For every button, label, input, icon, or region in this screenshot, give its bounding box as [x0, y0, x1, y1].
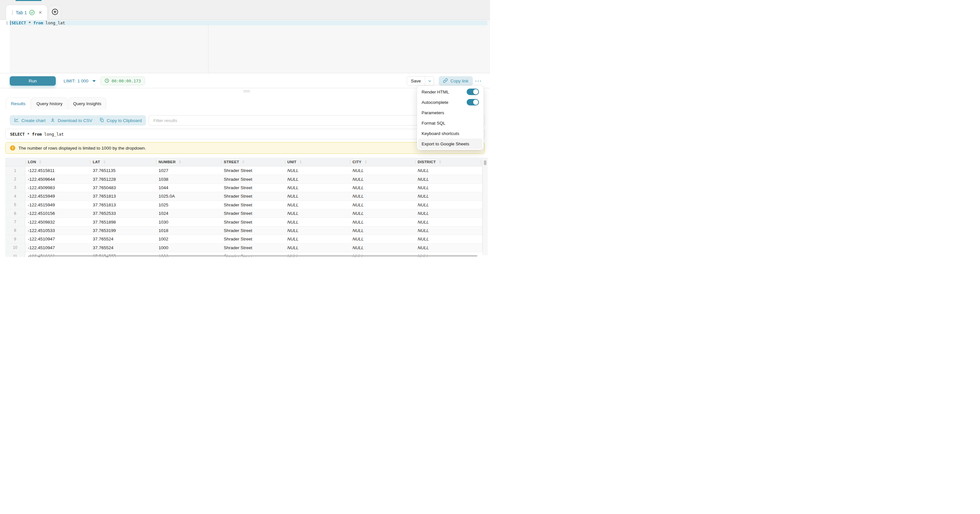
cell[interactable]: NULL [350, 166, 415, 175]
copy-link-button[interactable]: Copy link [439, 76, 473, 86]
cell[interactable]: NULL [415, 201, 481, 209]
cell[interactable]: NULL [350, 235, 415, 243]
menu-item-export-to-google-sheets[interactable]: Export to Google Sheets [418, 139, 482, 149]
cell[interactable]: NULL [350, 201, 415, 209]
tab-query-history[interactable]: Query history [31, 97, 68, 110]
cell[interactable]: 1000 [156, 244, 221, 252]
cell[interactable]: NULL [350, 184, 415, 192]
sort-icon[interactable] [365, 160, 367, 164]
cell[interactable]: NULL [350, 227, 415, 235]
cell[interactable]: 37.7651135 [90, 166, 156, 175]
cell[interactable]: Shrader Street [221, 184, 285, 192]
sql-editor[interactable]: 1 SELECT * from long_lat [0, 19, 490, 73]
create-chart-button[interactable]: Create chart [10, 115, 49, 126]
cell[interactable]: -122.4510947 [25, 235, 90, 243]
cell[interactable]: NULL [285, 166, 350, 175]
more-options-button[interactable]: ··· [473, 76, 485, 86]
cell[interactable]: 1030 [156, 218, 221, 226]
cell[interactable]: NULL [285, 218, 350, 226]
cell[interactable]: 1038 [156, 175, 221, 183]
column-header-street[interactable]: STREET [221, 158, 285, 166]
cell[interactable]: 37.765524 [90, 244, 156, 252]
cell[interactable]: NULL [350, 218, 415, 226]
cell[interactable]: 37.7650483 [90, 184, 156, 192]
cell[interactable]: NULL [415, 244, 481, 252]
cell[interactable]: -122.4509832 [25, 218, 90, 226]
cell[interactable]: -122.4510156 [25, 209, 90, 217]
sort-icon[interactable] [439, 160, 441, 164]
vertical-scrollbar-thumb[interactable] [484, 160, 487, 165]
save-dropdown-button[interactable] [425, 77, 434, 85]
menu-item-format-sql[interactable]: Format SQL [417, 118, 484, 128]
sort-icon[interactable] [103, 160, 105, 164]
column-header-lat[interactable]: LAT [90, 158, 156, 166]
cell[interactable]: NULL [285, 227, 350, 235]
table-row[interactable]: 9-122.451094737.7655241002Shrader Street… [5, 235, 488, 243]
cell[interactable]: NULL [285, 192, 350, 200]
cell[interactable]: 1044 [156, 184, 221, 192]
cell[interactable]: NULL [350, 209, 415, 217]
cell[interactable]: Shrader Street [221, 244, 285, 252]
cell[interactable]: NULL [285, 175, 350, 183]
cell[interactable]: -122.4509983 [25, 184, 90, 192]
cell[interactable]: 37.7651898 [90, 218, 156, 226]
save-button[interactable]: Save [407, 77, 425, 85]
cell[interactable]: 37.7651813 [90, 192, 156, 200]
tab-query-insights[interactable]: Query Insights [68, 97, 106, 110]
sort-icon[interactable] [242, 160, 244, 164]
limit-dropdown[interactable]: LIMIT: 1 000 [64, 76, 95, 86]
table-row[interactable]: 3-122.450998337.76504831044Shrader Stree… [5, 184, 488, 192]
cell[interactable]: NULL [415, 209, 481, 217]
cell[interactable]: NULL [415, 218, 481, 226]
cell[interactable]: 1002 [156, 235, 221, 243]
cell[interactable]: NULL [350, 192, 415, 200]
cell[interactable]: NULL [285, 209, 350, 217]
table-row[interactable]: 1-122.451581137.76511351027Shrader Stree… [5, 166, 488, 175]
cell[interactable]: 37.7653199 [90, 227, 156, 235]
cell[interactable]: -122.4510947 [25, 244, 90, 252]
cell[interactable]: Shrader Street [221, 235, 285, 243]
cell[interactable]: -122.4515949 [25, 192, 90, 200]
toggle-on[interactable] [467, 99, 479, 105]
sort-icon[interactable] [39, 160, 41, 164]
cell[interactable]: 37.765524 [90, 235, 156, 243]
tab-1[interactable]: Tab 1 ✕ [6, 5, 47, 20]
menu-item-parameters[interactable]: Parameters [417, 107, 484, 118]
toggle-on[interactable] [467, 89, 479, 95]
table-row[interactable]: 5-122.451594937.76518131025Shrader Stree… [5, 201, 488, 209]
sort-icon[interactable] [179, 160, 181, 164]
cell[interactable]: Shrader Street [221, 209, 285, 217]
cell[interactable]: Shrader Street [221, 166, 285, 175]
cell[interactable]: NULL [285, 184, 350, 192]
cell[interactable]: NULL [415, 184, 481, 192]
cell[interactable]: NULL [350, 244, 415, 252]
cell[interactable]: -122.4515811 [25, 166, 90, 175]
copy-to-clipboard-button[interactable]: Copy to Clipboard [95, 115, 146, 126]
menu-item-autocomplete[interactable]: Autocomplete [417, 97, 484, 107]
close-icon[interactable]: ✕ [38, 10, 42, 15]
cell[interactable]: NULL [415, 227, 481, 235]
cell[interactable]: 37.7652533 [90, 209, 156, 217]
cell[interactable]: 37.7651813 [90, 201, 156, 209]
table-row[interactable]: 4-122.451594937.76518131025.0AShrader St… [5, 192, 488, 201]
tab-results[interactable]: Results [6, 97, 30, 110]
cell[interactable]: NULL [415, 175, 481, 183]
vertical-scrollbar-track[interactable] [482, 160, 488, 255]
cell[interactable]: 1025.0A [156, 192, 221, 200]
table-row[interactable]: 6-122.451015637.76525331024Shrader Stree… [5, 209, 488, 218]
horizontal-scrollbar-thumb[interactable] [29, 255, 477, 257]
tab-drag-handle-icon[interactable] [12, 10, 13, 14]
cell[interactable]: NULL [415, 166, 481, 175]
cell[interactable]: Shrader Street [221, 227, 285, 235]
cell[interactable]: 1025 [156, 201, 221, 209]
run-button[interactable]: Run [10, 76, 56, 86]
column-header-lon[interactable]: LON [25, 158, 90, 166]
cell[interactable]: -122.4510533 [25, 227, 90, 235]
cell[interactable]: -122.4509644 [25, 175, 90, 183]
editor-code-line[interactable]: SELECT * from long_lat [11, 21, 65, 25]
cell[interactable]: NULL [415, 192, 481, 200]
column-header-city[interactable]: CITY [350, 158, 415, 166]
cell[interactable]: 1027 [156, 166, 221, 175]
pane-resize-handle[interactable] [243, 90, 250, 93]
table-row[interactable]: 7-122.450983237.76518981030Shrader Stree… [5, 218, 488, 226]
